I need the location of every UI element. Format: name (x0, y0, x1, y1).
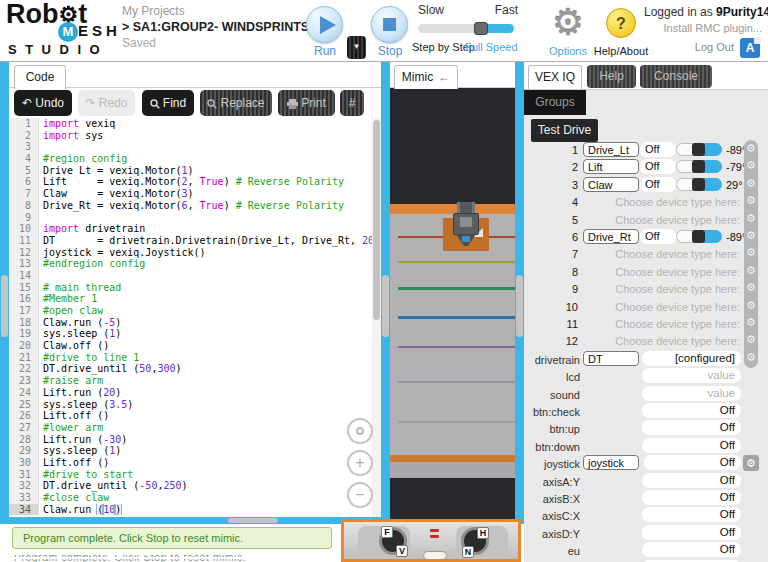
device-name-input[interactable]: Drive_Lt (583, 142, 639, 157)
io-gear-button[interactable]: ⚙ (743, 455, 759, 471)
slider-handle[interactable] (692, 143, 705, 156)
choose-device-placeholder[interactable]: Choose device type here: (584, 196, 740, 208)
code-line[interactable]: 32DT.drive_until (-50,250) (9, 480, 381, 492)
code-line[interactable]: 21#drive to line 1 (9, 352, 381, 364)
undo-button[interactable]: ↶ Undo (14, 90, 72, 116)
left-collapse-splitter[interactable] (0, 62, 9, 517)
run-button[interactable] (306, 6, 343, 43)
choose-device-placeholder[interactable]: Choose device type here: (584, 301, 740, 313)
stop-label[interactable]: Stop (368, 44, 412, 58)
code-line[interactable]: 27#lower arm (9, 422, 381, 434)
code-line[interactable]: 16#Member 1 (9, 293, 381, 305)
device-gear-button[interactable]: ⚙ (745, 350, 757, 364)
tab-console[interactable]: Console (640, 65, 712, 88)
code-line[interactable]: 20Claw.off () (9, 340, 381, 352)
code-line[interactable]: 4#region config (9, 153, 381, 165)
io-name-input[interactable]: joystick (583, 455, 639, 470)
code-mimic-splitter[interactable] (381, 62, 390, 517)
device-gear-button[interactable]: ⚙ (745, 176, 757, 190)
mimic-3d-view[interactable] (390, 88, 515, 520)
code-line[interactable]: 15# main thread (9, 282, 381, 294)
choose-device-placeholder[interactable]: Choose device type here: (584, 318, 740, 330)
code-line[interactable]: 31#drive to start (9, 469, 381, 481)
help-about-label[interactable]: Help/About (588, 45, 654, 57)
device-test-slider[interactable] (676, 143, 722, 156)
code-line[interactable]: 3 (9, 141, 381, 153)
devices-scrollbar[interactable]: ⚙⚙⚙⚙⚙⚙⚙⚙⚙⚙⚙⚙⚙ (744, 140, 758, 368)
install-plugin-link[interactable]: Install RMC plugin... (644, 22, 762, 34)
stop-button[interactable] (371, 6, 408, 43)
slider-handle[interactable] (692, 230, 705, 243)
device-gear-button[interactable]: ⚙ (745, 245, 757, 259)
device-gear-button[interactable]: ⚙ (745, 315, 757, 329)
options-gear-icon[interactable]: ⚙ (548, 2, 588, 44)
device-gear-button[interactable]: ⚙ (745, 211, 757, 225)
code-line[interactable]: 7Claw = vexiq.Motor(3) (9, 188, 381, 200)
tab-vex-iq[interactable]: VEX IQ (528, 65, 582, 89)
replace-button[interactable]: Replace (200, 90, 272, 116)
help-about-icon[interactable]: ? (606, 8, 636, 38)
code-line[interactable]: 23#raise arm (9, 375, 381, 387)
code-line[interactable]: 34Claw.run (10) (9, 504, 381, 516)
find-button[interactable]: Find (142, 90, 194, 116)
splitter-grip[interactable] (1, 275, 8, 337)
choose-device-placeholder[interactable]: Choose device type here: (584, 335, 740, 347)
code-line[interactable]: 19sys.sleep (1) (9, 328, 381, 340)
splitter-grip[interactable] (382, 275, 389, 337)
code-line[interactable]: 18Claw.run (-5) (9, 317, 381, 329)
code-line[interactable]: 26Lift.off () (9, 410, 381, 422)
code-line[interactable]: 22DT.drive_until (50,300) (9, 363, 381, 375)
tab-mimic[interactable]: Mimic← (394, 65, 458, 89)
code-line[interactable]: 5Drive_Lt = vexiq.Motor(1) (9, 165, 381, 177)
tab-help[interactable]: Help (587, 65, 636, 88)
code-line[interactable]: 25sys.sleep (3.5) (9, 399, 381, 411)
zoom-out-button[interactable]: − (347, 482, 373, 508)
splitter-grip[interactable] (516, 275, 523, 337)
breadcrumb-my-projects[interactable]: My Projects (122, 4, 302, 18)
choose-device-placeholder[interactable]: Choose device type here: (584, 283, 740, 295)
device-gear-button[interactable]: ⚙ (745, 228, 757, 242)
code-line[interactable]: 11DT = drivetrain.Drivetrain(Drive_Lt, D… (9, 235, 381, 247)
slider-handle[interactable] (692, 178, 705, 191)
choose-device-placeholder[interactable]: Choose device type here: (584, 248, 740, 260)
unpin-arrow-icon[interactable]: ← (438, 70, 450, 84)
code-line[interactable]: 28Lift.run (-30) (9, 434, 381, 446)
code-line[interactable]: 8Drive_Rt = vexiq.Motor(6, True) # Rever… (9, 200, 381, 212)
print-button[interactable]: Print (278, 90, 335, 116)
device-name-input[interactable]: Lift (583, 159, 639, 174)
code-line[interactable]: 13#endregion config (9, 258, 381, 270)
device-test-slider[interactable] (676, 160, 722, 173)
code-line[interactable]: 2import sys (9, 130, 381, 142)
slider-handle[interactable] (692, 160, 705, 173)
device-test-slider[interactable] (676, 178, 722, 191)
code-line[interactable]: 24Lift.run (20) (9, 387, 381, 399)
device-name-input[interactable]: Drive_Rt (583, 229, 639, 244)
device-gear-button[interactable]: ⚙ (745, 263, 757, 277)
translate-icon[interactable]: A (740, 38, 760, 58)
tab-code[interactable]: Code (14, 65, 66, 89)
splitter-grip[interactable] (228, 518, 278, 523)
device-gear-button[interactable]: ⚙ (745, 280, 757, 294)
device-gear-button[interactable]: ⚙ (745, 158, 757, 172)
device-gear-button[interactable]: ⚙ (745, 298, 757, 312)
zoom-in-button[interactable]: + (347, 450, 373, 476)
more-button[interactable]: # (340, 90, 364, 116)
code-line[interactable]: 29sys.sleep (1) (9, 445, 381, 457)
speed-slider-handle[interactable] (474, 22, 488, 35)
code-line[interactable]: 6Lift = vexiq.Motor(2, True) # Reverse P… (9, 176, 381, 188)
code-line[interactable]: 1import vexiq (9, 118, 381, 130)
run-options-dropdown[interactable]: ▾ (347, 36, 366, 59)
device-test-slider[interactable] (676, 230, 722, 243)
device-gear-button[interactable]: ⚙ (745, 332, 757, 346)
mimic-devices-splitter[interactable] (515, 62, 524, 562)
recenter-button[interactable] (347, 418, 373, 444)
tab-groups[interactable]: Groups (524, 90, 586, 115)
test-drive-button[interactable]: Test Drive (531, 119, 598, 142)
code-line[interactable]: 33#close claw (9, 492, 381, 504)
choose-device-placeholder[interactable]: Choose device type here: (584, 266, 740, 278)
code-line[interactable]: 10import drivetrain (9, 223, 381, 235)
drivetrain-name-input[interactable]: DT (583, 351, 639, 366)
code-line[interactable]: 30Lift.off () (9, 457, 381, 469)
code-line[interactable]: 14 (9, 270, 381, 282)
logout-link[interactable]: Log Out (695, 41, 734, 53)
